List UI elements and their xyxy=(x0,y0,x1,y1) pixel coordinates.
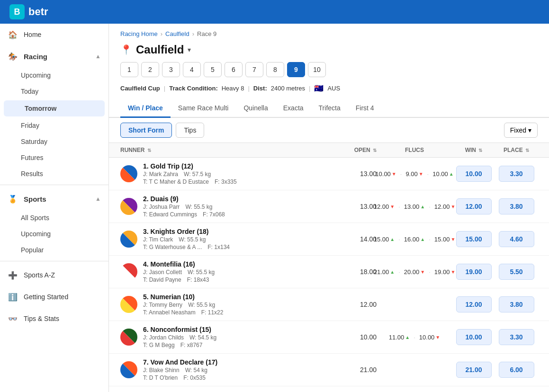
col-header-open[interactable]: OPEN ⇅ xyxy=(339,147,377,153)
table-header: RUNNER ⇅ OPEN ⇅ FLUCS WIN ⇅ PLACE ⇅ xyxy=(109,143,549,158)
runner-trainer: T: G Waterhouse & A ... xyxy=(143,244,202,250)
race-tab-8[interactable]: 8 xyxy=(266,62,284,77)
runner-win-btn[interactable]: 15.00 xyxy=(456,231,492,247)
runner-info: 3. Knights Order (18) J: Tim Clark W: 55… xyxy=(120,228,339,250)
breadcrumb-caulfield[interactable]: Caulfield xyxy=(165,30,189,37)
main-layout: 🏠 Home 🏇 Racing ▲ Upcoming Today Tomorro… xyxy=(0,24,549,392)
plus-icon: ➕ xyxy=(8,270,18,280)
table-row: 1. Gold Trip (12) J: Mark Zahra W: 57.5 … xyxy=(109,158,549,190)
bet-tab-exacta[interactable]: Exacta xyxy=(276,99,311,118)
sidebar-item-racing[interactable]: 🏇 Racing ▲ xyxy=(0,45,108,67)
sidebar-item-getting-started[interactable]: ℹ️ Getting Started xyxy=(0,286,108,308)
runner-win-btn[interactable]: 19.00 xyxy=(456,264,492,280)
sidebar-item-today[interactable]: Today xyxy=(0,83,108,99)
sidebar-item-tomorrow[interactable]: Tomorrow xyxy=(4,100,105,116)
form-tab-tips[interactable]: Tips xyxy=(176,123,204,138)
table-row: 7. Vow And Declare (17) J: Blake Shinn W… xyxy=(109,354,549,386)
col-header-win[interactable]: WIN ⇅ xyxy=(452,147,495,153)
table-row: 3. Knights Order (18) J: Tim Clark W: 55… xyxy=(109,223,549,256)
venue-dropdown[interactable]: ▾ xyxy=(188,46,191,53)
runner-place-btn[interactable]: 3.30 xyxy=(499,166,534,182)
runner-win-btn[interactable]: 10.00 xyxy=(456,166,492,182)
runner-name: 3. Knights Order (18) xyxy=(143,228,230,235)
logo[interactable]: B betr xyxy=(9,4,48,19)
sidebar-item-upcoming-racing[interactable]: Upcoming xyxy=(0,67,108,83)
sidebar-item-tips-stats[interactable]: 👓 Tips & Stats xyxy=(0,308,108,330)
sidebar-item-sports-az[interactable]: ➕ Sports A-Z xyxy=(0,264,108,286)
form-bar: Short Form Tips Fixed ▾ xyxy=(109,118,549,143)
logo-text: betr xyxy=(28,6,48,18)
race-tab-3[interactable]: 3 xyxy=(162,62,180,77)
runner-place-btn[interactable]: 3.80 xyxy=(499,296,534,312)
race-tab-10[interactable]: 10 xyxy=(308,62,326,77)
race-venue-title: Caulfield xyxy=(136,43,184,56)
runner-jockey: J: Jordan Childs xyxy=(143,334,184,341)
bet-tab-same-race-multi[interactable]: Same Race Multi xyxy=(171,99,236,118)
col-header-runner[interactable]: RUNNER ⇅ xyxy=(120,147,339,153)
runner-flucs: 10.00▼·9.00▼·10.00▲ xyxy=(377,170,452,178)
sidebar-sports-label: Sports xyxy=(24,195,46,203)
bet-tab-trifecta[interactable]: Trifecta xyxy=(311,99,348,118)
runner-win-btn[interactable]: 10.00 xyxy=(456,329,492,345)
fixed-dropdown[interactable]: Fixed ▾ xyxy=(504,123,538,138)
bet-tab-first-4[interactable]: First 4 xyxy=(348,99,382,118)
header: B betr xyxy=(0,0,549,24)
sidebar-item-all-sports[interactable]: All Sports xyxy=(0,210,108,226)
race-name: Caulfield Cup xyxy=(120,85,160,92)
runner-info: 1. Gold Trip (12) J: Mark Zahra W: 57.5 … xyxy=(120,162,339,185)
col-header-place[interactable]: PLACE ⇅ xyxy=(495,147,538,153)
runner-name: 7. Vow And Declare (17) xyxy=(143,358,217,366)
country-flag: 🇦🇺 xyxy=(314,84,324,93)
race-tab-1[interactable]: 1 xyxy=(120,62,138,77)
runner-win-btn[interactable]: 12.00 xyxy=(456,198,492,214)
sidebar-item-futures[interactable]: Futures xyxy=(0,150,108,166)
sidebar-tips-stats-label: Tips & Stats xyxy=(24,315,59,322)
runner-silks xyxy=(120,263,137,280)
runner-place-btn[interactable]: 6.00 xyxy=(499,362,534,378)
table-row: 6. Nonconformist (15) J: Jordan Childs W… xyxy=(109,321,549,354)
race-tab-9[interactable]: 9 xyxy=(287,62,305,77)
open-sort-icon: ⇅ xyxy=(373,148,377,153)
race-tab-7[interactable]: 7 xyxy=(245,62,263,77)
runner-weight: W: 54.5 kg xyxy=(189,334,216,341)
runner-place-btn[interactable]: 5.50 xyxy=(499,264,534,280)
runner-win-btn[interactable]: 12.00 xyxy=(456,296,492,312)
sidebar-item-results[interactable]: Results xyxy=(0,166,108,182)
runner-jockey: J: Tim Clark xyxy=(143,236,173,243)
runner-place-btn[interactable]: 4.60 xyxy=(499,231,534,247)
runner-win-cell: 10.00 xyxy=(452,166,495,182)
race-tab-6[interactable]: 6 xyxy=(225,62,243,77)
runner-weight: W: 54 kg xyxy=(185,367,207,374)
sep2: | xyxy=(248,85,249,92)
race-tab-4[interactable]: 4 xyxy=(183,62,201,77)
sidebar-item-sports[interactable]: 🏅 Sports ▲ xyxy=(0,188,108,210)
bet-tab-quinella[interactable]: Quinella xyxy=(236,99,275,118)
runner-win-btn[interactable]: 21.00 xyxy=(456,362,492,378)
bet-tab-win-place[interactable]: Win / Place xyxy=(120,99,171,118)
runner-open: 13.00 xyxy=(339,203,377,210)
runner-place-btn[interactable]: 3.80 xyxy=(499,198,534,214)
runner-silks xyxy=(120,329,137,346)
sidebar-item-saturday[interactable]: Saturday xyxy=(0,134,108,150)
sidebar-item-friday[interactable]: Friday xyxy=(0,117,108,134)
runner-silks xyxy=(120,231,137,248)
runner-weight: W: 55.5 kg xyxy=(188,269,215,276)
runner-place-btn[interactable]: 3.30 xyxy=(499,329,534,345)
form-tab-short-form[interactable]: Short Form xyxy=(120,123,172,138)
race-tab-2[interactable]: 2 xyxy=(141,62,159,77)
runner-trainer: T: G M Begg xyxy=(143,342,175,348)
breadcrumb-racing-home[interactable]: Racing Home xyxy=(120,30,158,37)
sidebar-item-upcoming-sports[interactable]: Upcoming xyxy=(0,226,108,242)
runner-form: F: 3x335 xyxy=(215,178,237,185)
runner-win-cell: 15.00 xyxy=(452,231,495,247)
runner-meta: J: Joshua Parr W: 55.5 kg xyxy=(143,204,225,210)
runner-win-cell: 12.00 xyxy=(452,296,495,312)
binoculars-icon: 👓 xyxy=(8,313,18,324)
table-row: 2. Duais (9) J: Joshua Parr W: 55.5 kg T… xyxy=(109,190,549,223)
sidebar-item-popular[interactable]: Popular xyxy=(0,242,108,258)
runner-sort-icon: ⇅ xyxy=(147,148,151,153)
race-tab-5[interactable]: 5 xyxy=(204,62,222,77)
runner-place-cell: 6.00 xyxy=(495,362,538,378)
sidebar-item-home[interactable]: 🏠 Home xyxy=(0,24,108,45)
runner-details: 5. Numerian (10) J: Tommy Berry W: 55.5 … xyxy=(143,293,223,316)
